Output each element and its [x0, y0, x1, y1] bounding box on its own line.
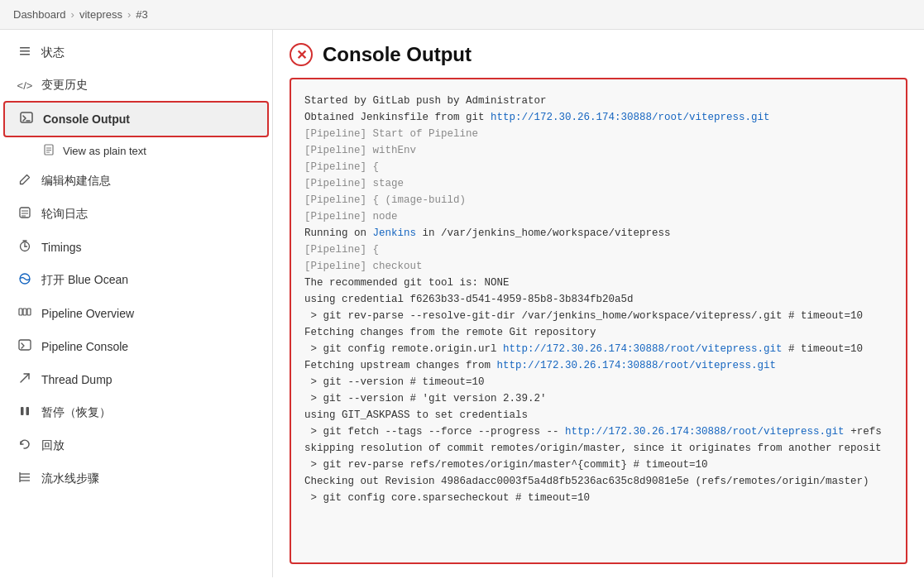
- console-line: The recommended git tool is: NONE: [304, 275, 893, 291]
- sidebar-item-blue-ocean-label: 打开 Blue Ocean: [41, 273, 128, 288]
- main-content: ✕ Console Output Started by GitLab push …: [273, 30, 924, 577]
- console-line: Checking out Revision 4986adacc0003f5a4d…: [304, 473, 893, 490]
- svg-rect-0: [20, 47, 30, 49]
- console-line: [Pipeline] {: [304, 159, 893, 175]
- sidebar-item-pause[interactable]: 暂停（恢复）: [0, 396, 272, 429]
- sidebar-item-console-output-label: Console Output: [43, 112, 130, 126]
- console-line: [Pipeline] node: [304, 208, 893, 225]
- svg-rect-22: [21, 407, 24, 415]
- query-log-icon: [17, 206, 33, 223]
- console-link[interactable]: http://172.30.26.174:30888/root/vitepres…: [491, 112, 770, 123]
- console-line: [Pipeline] { (image-build): [304, 192, 893, 208]
- console-line: > git --version # timeout=10: [304, 374, 893, 390]
- sidebar-item-timings-label: Timings: [41, 241, 82, 254]
- console-line: Fetching changes from the remote Git rep…: [304, 324, 893, 341]
- sidebar-item-view-plain-text-label: View as plain text: [63, 145, 146, 157]
- replay-icon: [17, 438, 33, 454]
- page-title: Console Output: [323, 43, 472, 66]
- sidebar-item-status[interactable]: 状态: [0, 36, 272, 69]
- svg-rect-21: [19, 340, 31, 350]
- console-line: Obtained Jenkinsfile from git http://172…: [304, 109, 893, 126]
- console-line: > git fetch --tags --force --progress --…: [304, 423, 893, 440]
- breadcrumb-sep-1: ›: [71, 8, 74, 21]
- sidebar-item-pipeline-steps[interactable]: 流水线步骤: [0, 462, 272, 495]
- sidebar-item-changes[interactable]: </> 变更历史: [0, 69, 272, 101]
- sidebar-item-thread-dump-label: Thread Dump: [41, 373, 113, 386]
- pipeline-overview-icon: [17, 305, 33, 322]
- console-line: [Pipeline] checkout: [304, 258, 893, 275]
- svg-rect-2: [20, 54, 30, 55]
- breadcrumb-sep-2: ›: [127, 8, 131, 21]
- thread-dump-icon: [17, 371, 33, 388]
- changes-icon: </>: [17, 79, 33, 92]
- console-line: [Pipeline] Start of Pipeline: [304, 126, 893, 142]
- sidebar-item-thread-dump[interactable]: Thread Dump: [0, 363, 272, 396]
- console-line: > git config remote.origin.url http://17…: [304, 341, 893, 357]
- breadcrumb-vitepress[interactable]: vitepress: [79, 8, 122, 21]
- console-line: Started by GitLab push by Administrator: [304, 93, 893, 109]
- pipeline-steps-icon: [17, 471, 33, 487]
- console-line: Fetching upstream changes from http://17…: [304, 357, 893, 374]
- console-line: using credential f6263b33-d541-4959-85b8…: [304, 291, 893, 308]
- svg-rect-19: [23, 309, 26, 315]
- sidebar-item-replay-label: 回放: [41, 438, 65, 453]
- console-line: skipping resolution of commit remotes/or…: [304, 440, 893, 457]
- sidebar-item-console-output[interactable]: Console Output: [3, 101, 269, 137]
- timings-icon: [17, 239, 33, 256]
- sidebar-item-pipeline-overview[interactable]: Pipeline Overview: [0, 297, 272, 330]
- console-line: > git config core.sparsecheckout # timeo…: [304, 490, 893, 506]
- console-line: [Pipeline] stage: [304, 175, 893, 192]
- pause-icon: [17, 404, 33, 421]
- sidebar-item-timings[interactable]: Timings: [0, 231, 272, 264]
- sidebar-item-pipeline-console[interactable]: Pipeline Console: [0, 330, 272, 363]
- console-line: > git rev-parse refs/remotes/origin/mast…: [304, 457, 893, 473]
- console-link[interactable]: Jenkins: [373, 227, 417, 239]
- sidebar-item-query-log-label: 轮询日志: [41, 207, 88, 222]
- console-line: Running on Jenkins in /var/jenkins_home/…: [304, 225, 893, 242]
- status-icon: [17, 45, 33, 61]
- svg-rect-23: [26, 407, 30, 415]
- blue-ocean-icon: [17, 272, 33, 289]
- console-link[interactable]: http://172.30.26.174:30888/root/vitepres…: [503, 343, 783, 355]
- console-link[interactable]: http://172.30.26.174:30888/root/vitepres…: [565, 426, 845, 438]
- sidebar-item-edit-build-info[interactable]: 编辑构建信息: [0, 165, 272, 198]
- sidebar-item-replay[interactable]: 回放: [0, 429, 272, 462]
- breadcrumb-build: #3: [136, 8, 147, 21]
- console-line: > git rev-parse --resolve-git-dir /var/j…: [304, 308, 893, 324]
- sidebar-item-edit-build-info-label: 编辑构建信息: [41, 174, 111, 189]
- console-output-box[interactable]: Started by GitLab push by AdministratorO…: [290, 78, 907, 564]
- svg-rect-20: [27, 309, 31, 315]
- sidebar-item-view-plain-text[interactable]: View as plain text: [0, 137, 272, 165]
- svg-rect-1: [20, 50, 30, 52]
- sidebar-item-status-label: 状态: [41, 45, 65, 60]
- console-output-icon: [18, 111, 35, 127]
- sidebar-item-pipeline-console-label: Pipeline Console: [41, 340, 128, 353]
- sidebar-item-query-log[interactable]: 轮询日志: [0, 198, 272, 231]
- svg-rect-18: [19, 309, 22, 315]
- console-line: [Pipeline] withEnv: [304, 142, 893, 159]
- console-line: [Pipeline] {: [304, 242, 893, 258]
- plain-text-icon: [43, 144, 55, 158]
- console-line: > git --version # 'git version 2.39.2': [304, 390, 893, 407]
- breadcrumb-dashboard[interactable]: Dashboard: [13, 8, 66, 21]
- breadcrumb: Dashboard › vitepress › #3: [0, 0, 924, 30]
- pipeline-console-icon: [17, 338, 33, 355]
- sidebar-item-pipeline-overview-label: Pipeline Overview: [41, 307, 134, 320]
- sidebar-item-pause-label: 暂停（恢复）: [41, 405, 111, 420]
- sidebar-item-pipeline-steps-label: 流水线步骤: [41, 471, 99, 486]
- error-icon: ✕: [290, 43, 313, 66]
- console-line: using GIT_ASKPASS to set credentials: [304, 407, 893, 423]
- sidebar: 状态 </> 变更历史 Console Output: [0, 30, 273, 577]
- sidebar-item-blue-ocean[interactable]: 打开 Blue Ocean: [0, 264, 272, 297]
- page-header: ✕ Console Output: [290, 43, 907, 66]
- sidebar-item-changes-label: 变更历史: [41, 78, 88, 93]
- edit-build-info-icon: [17, 173, 33, 189]
- console-link[interactable]: http://172.30.26.174:30888/root/vitepres…: [497, 360, 777, 371]
